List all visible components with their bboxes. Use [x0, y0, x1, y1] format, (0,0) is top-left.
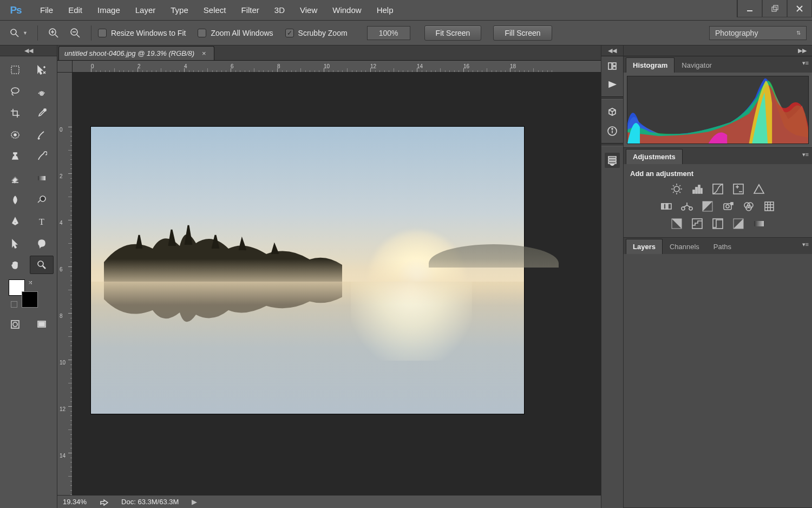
levels-icon[interactable]: [691, 183, 703, 195]
status-doc-info[interactable]: Doc: 63.3M/63.3M: [121, 498, 179, 506]
curves-icon[interactable]: [712, 183, 724, 195]
ruler-origin[interactable]: [57, 61, 73, 73]
menu-filter[interactable]: Filter: [234, 0, 267, 20]
menu-image[interactable]: Image: [90, 0, 128, 20]
quick-mask-button[interactable]: [5, 315, 25, 334]
history-brush-tool[interactable]: [30, 147, 54, 166]
threshold-icon[interactable]: [712, 218, 724, 230]
navigator-tab[interactable]: Navigator: [675, 57, 719, 73]
eraser-tool[interactable]: [3, 169, 27, 187]
3d-panel-icon[interactable]: [607, 106, 618, 117]
channel-mixer-icon[interactable]: [743, 200, 755, 212]
panel-menu-icon[interactable]: ▾≡: [802, 241, 809, 248]
ruler-vertical[interactable]: 02468101214: [57, 73, 73, 495]
default-colors-icon[interactable]: [11, 301, 17, 308]
layers-list[interactable]: [624, 254, 812, 507]
selective-color-icon[interactable]: [753, 218, 765, 230]
menu-select[interactable]: Select: [196, 0, 234, 20]
blur-tool[interactable]: [3, 191, 27, 209]
zoom-all-windows-checkbox[interactable]: Zoom All Windows: [198, 29, 273, 37]
fit-screen-button[interactable]: Fit Screen: [424, 25, 482, 41]
scrubby-zoom-checkbox[interactable]: Scrubby Zoom: [285, 29, 348, 37]
strip-expand-button[interactable]: ◀◀: [601, 45, 623, 56]
menu-edit[interactable]: Edit: [61, 0, 90, 20]
screen-mode-button[interactable]: [31, 315, 52, 334]
menu-help[interactable]: Help: [369, 0, 401, 20]
hand-tool[interactable]: [3, 256, 27, 274]
svg-rect-55: [698, 185, 700, 193]
menu-layer[interactable]: Layer: [128, 0, 163, 20]
quick-selection-tool[interactable]: [30, 82, 54, 101]
panel-menu-icon[interactable]: ▾≡: [802, 151, 809, 158]
fill-screen-button[interactable]: Fill Screen: [493, 25, 552, 41]
ruler-horizontal[interactable]: 024681012141618: [73, 61, 601, 73]
histogram-tab[interactable]: Histogram: [626, 57, 675, 73]
info-panel-icon[interactable]: [607, 126, 618, 136]
type-tool[interactable]: T: [30, 212, 54, 231]
zoom-value-button[interactable]: 100%: [367, 26, 410, 40]
status-zoom[interactable]: 19.34%: [63, 498, 87, 506]
canvas-viewport[interactable]: [73, 73, 601, 495]
document-tab[interactable]: untitled shoot-0406.jpg @ 19.3% (RGB/8) …: [58, 46, 214, 60]
pen-tool[interactable]: [3, 212, 27, 231]
gradient-map-icon[interactable]: [732, 218, 744, 230]
window-minimize-button[interactable]: [737, 0, 762, 17]
clone-stamp-tool[interactable]: [3, 147, 27, 166]
mini-bridge-icon[interactable]: [607, 61, 618, 71]
crop-tool[interactable]: [3, 104, 27, 122]
layers-tab[interactable]: Layers: [626, 239, 663, 254]
dodge-tool[interactable]: [30, 191, 54, 209]
app-logo: Ps: [6, 3, 25, 17]
exposure-icon[interactable]: [732, 183, 744, 195]
actions-panel-icon[interactable]: [605, 153, 620, 168]
svg-rect-36: [613, 63, 616, 66]
posterize-icon[interactable]: [691, 218, 703, 230]
paths-tab[interactable]: Paths: [706, 239, 738, 254]
menu-3d[interactable]: 3D: [267, 0, 292, 20]
canvas[interactable]: [91, 127, 524, 414]
toolbox-collapse-button[interactable]: ◀◀: [0, 45, 57, 56]
channels-tab[interactable]: Channels: [663, 239, 706, 254]
window-controls: [737, 0, 812, 17]
background-color-swatch[interactable]: [22, 291, 38, 308]
tool-preset-picker[interactable]: ▼: [5, 25, 31, 41]
status-info-arrow-icon[interactable]: ▶: [192, 498, 197, 506]
menu-view[interactable]: View: [292, 0, 325, 20]
panel-menu-icon[interactable]: ▾≡: [802, 60, 809, 67]
document-tab-strip: untitled shoot-0406.jpg @ 19.3% (RGB/8) …: [57, 45, 601, 61]
path-selection-tool[interactable]: [3, 234, 27, 252]
eyedropper-tool[interactable]: [30, 104, 54, 122]
marquee-tool[interactable]: [3, 61, 27, 79]
lasso-tool[interactable]: [3, 82, 27, 101]
status-share-button[interactable]: [100, 498, 108, 506]
timeline-icon[interactable]: [607, 79, 618, 90]
photo-filter-icon[interactable]: [722, 200, 734, 212]
swap-colors-icon[interactable]: ⤭: [28, 279, 32, 285]
hue-saturation-icon[interactable]: [660, 200, 672, 212]
shape-tool[interactable]: [30, 234, 54, 252]
brightness-contrast-icon[interactable]: [671, 183, 683, 195]
brush-tool[interactable]: [30, 126, 54, 144]
window-close-button[interactable]: [787, 0, 812, 17]
vibrance-icon[interactable]: [753, 183, 765, 195]
zoom-out-button[interactable]: [66, 25, 84, 41]
menu-file[interactable]: File: [32, 0, 61, 20]
menu-type[interactable]: Type: [163, 0, 196, 20]
zoom-tool[interactable]: [30, 256, 54, 274]
adjustments-tab[interactable]: Adjustments: [626, 149, 683, 164]
window-restore-button[interactable]: [762, 0, 787, 17]
panels-collapse-button[interactable]: ▶▶: [624, 45, 812, 56]
black-white-icon[interactable]: [702, 200, 713, 212]
invert-icon[interactable]: [671, 218, 683, 230]
resize-windows-checkbox[interactable]: Resize Windows to Fit: [98, 29, 186, 37]
move-tool[interactable]: [30, 61, 54, 79]
color-balance-icon[interactable]: [681, 200, 693, 212]
color-lookup-icon[interactable]: [763, 200, 775, 212]
zoom-in-button[interactable]: [44, 25, 63, 41]
menu-window[interactable]: Window: [325, 0, 369, 20]
gradient-tool[interactable]: [30, 169, 54, 187]
document-tab-close-button[interactable]: ×: [200, 49, 208, 57]
histogram-display[interactable]: [627, 76, 809, 144]
patch-tool[interactable]: [3, 126, 27, 144]
workspace-switcher[interactable]: Photography ⇅: [709, 26, 807, 40]
